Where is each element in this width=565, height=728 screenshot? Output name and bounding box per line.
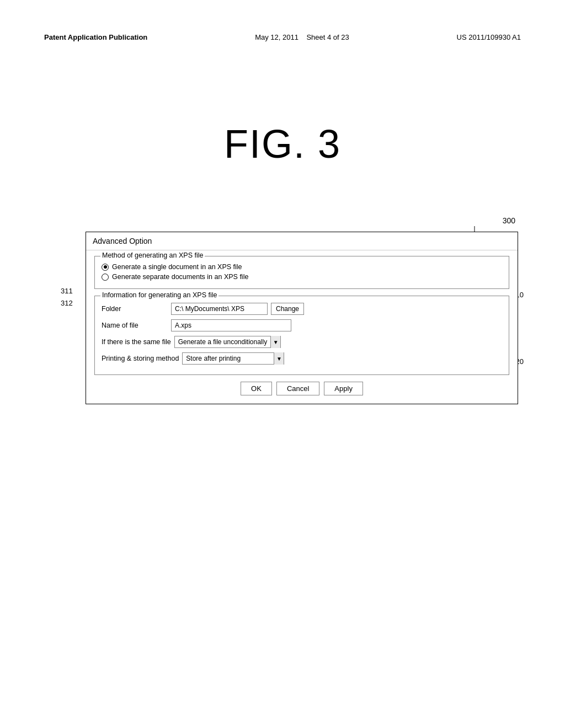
- page-header: Patent Application Publication May 12, 2…: [44, 33, 521, 41]
- date-sheet-label: May 12, 2011 Sheet 4 of 23: [255, 33, 349, 41]
- folder-row: Folder Change: [102, 303, 502, 315]
- dialog-title: Advanced Option: [93, 237, 152, 245]
- filename-label: Name of file: [102, 322, 168, 329]
- filename-row: Name of file: [102, 319, 502, 331]
- change-button[interactable]: Change: [271, 303, 304, 315]
- radio-single-doc[interactable]: [102, 264, 109, 271]
- print-store-select[interactable]: Store after printing ▼: [182, 352, 284, 365]
- date-label: May 12, 2011: [255, 33, 299, 41]
- radio-single-doc-row: Generate a single document in an XPS fil…: [102, 263, 502, 271]
- radio-separate-docs[interactable]: [102, 274, 109, 281]
- folder-label: Folder: [102, 305, 168, 313]
- patent-number-label: US 2011/109930 A1: [457, 33, 521, 41]
- filename-input[interactable]: [171, 319, 291, 331]
- print-store-row: Printing & storing method Store after pr…: [102, 352, 502, 365]
- xps-info-content: Folder Change Name of file If there is t…: [102, 301, 502, 365]
- dialog-titlebar: Advanced Option: [86, 232, 518, 250]
- xps-info-label: Information for generating an XPS file: [100, 291, 218, 299]
- radio-single-doc-label: Generate a single document in an XPS fil…: [112, 263, 242, 271]
- print-store-arrow-icon[interactable]: ▼: [274, 352, 284, 365]
- dialog-content: Method of generating an XPS file Generat…: [86, 250, 518, 404]
- xps-method-label: Method of generating an XPS file: [100, 251, 205, 259]
- folder-input[interactable]: [171, 303, 268, 315]
- xps-method-section: Method of generating an XPS file Generat…: [94, 256, 509, 289]
- dialog-buttons: OK Cancel Apply: [94, 382, 509, 395]
- ok-button[interactable]: OK: [241, 382, 272, 395]
- radio-separate-docs-row: Generate separate documents in an XPS fi…: [102, 273, 502, 281]
- advanced-option-dialog: Advanced Option Method of generating an …: [86, 232, 518, 404]
- xps-info-section: Information for generating an XPS file F…: [94, 296, 509, 375]
- print-store-label: Printing & storing method: [102, 355, 179, 362]
- sheet-label: Sheet 4 of 23: [306, 33, 349, 41]
- apply-button[interactable]: Apply: [324, 382, 363, 395]
- radio-separate-docs-label: Generate separate documents in an XPS fi…: [112, 273, 248, 281]
- cancel-button[interactable]: Cancel: [276, 382, 319, 395]
- figure-title: FIG. 3: [0, 121, 565, 167]
- same-file-value: Generate a file unconditionally: [175, 337, 270, 347]
- xps-method-content: Generate a single document in an XPS fil…: [102, 261, 502, 281]
- same-file-label: If there is the same file: [102, 338, 171, 346]
- same-file-arrow-icon[interactable]: ▼: [270, 336, 280, 348]
- ref-300-label: 300: [503, 216, 515, 225]
- same-file-select[interactable]: Generate a file unconditionally ▼: [174, 336, 281, 348]
- ref-312-label: 312: [61, 299, 73, 307]
- publication-label: Patent Application Publication: [44, 33, 147, 41]
- ref-311-label: 311: [61, 287, 73, 295]
- same-file-row: If there is the same file Generate a fil…: [102, 336, 502, 348]
- print-store-value: Store after printing: [183, 354, 274, 363]
